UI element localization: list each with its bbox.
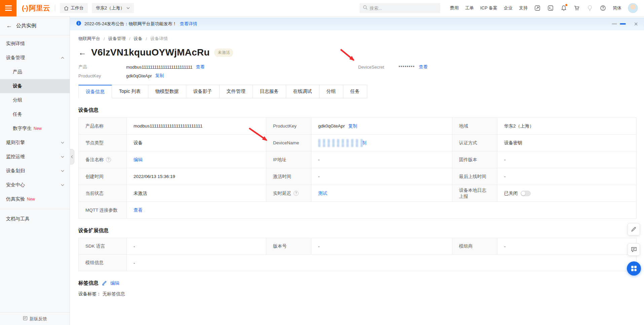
activation-time-value: - (311, 168, 452, 185)
sidebar-item-instance-details[interactable]: 实例详情 (0, 37, 70, 51)
workbench-button[interactable]: 工作台 (60, 3, 88, 13)
nav-tickets[interactable]: 工单 (465, 5, 474, 11)
breadcrumb-item[interactable]: 设备管理 (108, 36, 126, 42)
tab-jobs[interactable]: 任务 (343, 85, 367, 98)
row-label: 当前状态 (79, 185, 126, 202)
api-icon[interactable] (534, 5, 541, 11)
floating-feedback-button[interactable] (628, 243, 640, 256)
breadcrumb-item-current: 设备详情 (150, 36, 168, 42)
tab-bar: 设备信息 Topic 列表 物模型数据 设备影子 文件管理 日志服务 在线调试 … (78, 85, 637, 98)
remark-edit-cell: 编辑 (126, 151, 266, 168)
sidebar-group-device-assignment[interactable]: 设备划归 (0, 164, 70, 178)
feedback-button[interactable]: 新版反馈 (0, 312, 70, 325)
nav-billing[interactable]: 费用 (450, 5, 459, 11)
carousel-dot[interactable] (612, 23, 617, 25)
row-label: 创建时间 (79, 168, 126, 185)
back-arrow-icon[interactable]: ← (78, 48, 86, 57)
sidebar-collapse-handle[interactable] (70, 149, 74, 165)
summary-product-row: 产品 modbus111111111111111111111111 查看 (78, 63, 637, 71)
sidebar-item-simulation[interactable]: 仿真实验 New (0, 192, 70, 206)
sidebar-item-docs-tools[interactable]: 文档与工具 (0, 212, 70, 226)
sidebar-item-label: 设备划归 (6, 168, 25, 174)
sidebar-group-security-center[interactable]: 安全中心 (0, 178, 70, 192)
firmware-version-value: - (497, 151, 636, 168)
workbench-label: 工作台 (71, 5, 84, 11)
remark-name-label-cell: 备注名称 ? (79, 151, 126, 168)
tab-topic-list[interactable]: Topic 列表 (112, 85, 148, 98)
pencil-icon (631, 226, 637, 232)
tab-device-shadow[interactable]: 设备影子 (186, 85, 220, 98)
product-label: 产品 (78, 64, 126, 70)
ip-address-value: - (311, 151, 452, 168)
sidebar-group-device-management[interactable]: 设备管理 (0, 51, 70, 65)
floating-edit-button[interactable] (628, 223, 640, 236)
sidebar-item-label: 产品 (13, 69, 22, 75)
test-link[interactable]: 测试 (318, 190, 327, 196)
home-icon (64, 6, 69, 10)
row-label: 实时延迟 (273, 190, 291, 196)
aliyun-logo-mark: (-) (22, 4, 28, 12)
created-time-value: 2022/06/13 15:36:19 (126, 168, 266, 185)
sidebar-item-devices[interactable]: 设备 (0, 79, 70, 93)
feedback-label: 新版反馈 (30, 316, 47, 322)
tab-groups[interactable]: 分组 (319, 85, 343, 98)
cloudshell-icon[interactable] (547, 5, 554, 11)
user-avatar[interactable] (628, 3, 638, 13)
notification-dot (565, 4, 567, 6)
sidebar-item-digital-twin[interactable]: 数字孪生 New (0, 121, 70, 136)
module-vendor-value: - (497, 238, 636, 254)
sidebar-item-jobs[interactable]: 任务 (0, 107, 70, 121)
tab-file-management[interactable]: 文件管理 (220, 85, 253, 98)
bell-icon[interactable] (560, 5, 567, 11)
productkey-copy-link[interactable]: 复制 (155, 73, 164, 79)
search-input[interactable] (370, 6, 433, 11)
nav-enterprise[interactable]: 企业 (504, 5, 513, 11)
tab-online-debug[interactable]: 在线调试 (286, 85, 319, 98)
sidebar-group-rules-engine[interactable]: 规则引擎 (0, 136, 70, 150)
devicesecret-view-link[interactable]: 查看 (419, 64, 427, 70)
sidebar-back-public-instance[interactable]: ← 公共实例 (0, 16, 70, 35)
copy-link[interactable]: 复制 (348, 123, 357, 129)
language-selector[interactable]: 简体 (613, 5, 621, 11)
region-selector[interactable]: 华东2（上海） (92, 3, 134, 13)
help-circle-icon[interactable]: ? (106, 157, 111, 162)
tab-device-info[interactable]: 设备信息 (78, 85, 112, 98)
product-view-link[interactable]: 查看 (196, 64, 205, 70)
ext-info-section-title: 设备扩展信息 (78, 227, 637, 234)
info-icon (76, 21, 81, 27)
view-link[interactable]: 查看 (134, 207, 143, 213)
sidebar-item-groups[interactable]: 分组 (0, 93, 70, 107)
lightbulb-icon[interactable] (586, 5, 593, 11)
nav-support[interactable]: 支持 (519, 5, 528, 11)
nav-icp[interactable]: ICP 备案 (480, 5, 497, 11)
hamburger-menu-icon[interactable] (0, 0, 16, 16)
cart-icon[interactable] (573, 5, 580, 11)
close-icon[interactable]: × (634, 21, 638, 27)
sidebar-group-monitoring[interactable]: 监控运维 (0, 150, 70, 164)
breadcrumb-item[interactable]: 设备 (134, 36, 142, 42)
global-search[interactable] (359, 3, 440, 13)
aliyun-logo-text: 阿里云 (29, 3, 50, 13)
announcement-details-link[interactable]: 查看详情 (180, 21, 197, 27)
tag-edit-link[interactable]: 编辑 (110, 280, 119, 286)
local-log-toggle[interactable] (521, 191, 531, 196)
last-online-time-value: - (497, 168, 636, 185)
back-arrow-icon: ← (6, 22, 12, 29)
chevron-down-icon (61, 184, 64, 186)
tab-log-service[interactable]: 日志服务 (253, 85, 286, 98)
floating-widget-button[interactable] (627, 261, 641, 276)
sidebar-item-label: 监控运维 (6, 154, 25, 160)
help-circle-icon[interactable]: ? (294, 191, 299, 196)
aliyun-logo[interactable]: (-) 阿里云 (22, 3, 50, 13)
help-icon[interactable] (600, 5, 606, 11)
carousel-dot-active[interactable] (620, 23, 626, 25)
sidebar-item-products[interactable]: 产品 (0, 65, 70, 79)
tab-tsl-data[interactable]: 物模型数据 (148, 85, 186, 98)
auth-type-value: 设备密钥 (497, 135, 636, 151)
latency-test-cell: 测试 (311, 185, 452, 202)
sidebar-item-label: 实例详情 (6, 41, 25, 47)
chevron-down-icon (61, 142, 64, 144)
breadcrumb-item[interactable]: 物联网平台 (78, 36, 100, 42)
edit-link[interactable]: 编辑 (134, 157, 143, 163)
table-row: MQTT 连接参数 查看 (79, 202, 636, 219)
